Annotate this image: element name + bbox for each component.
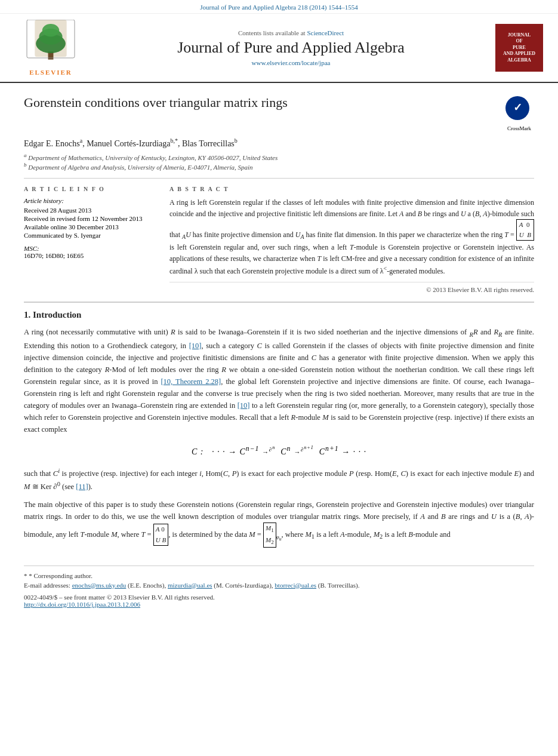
formula-C: C : · · · → Cn−1 →∂n Cn →∂n+1 Cn+1 → · ·… (24, 445, 534, 457)
ref-10b-link[interactable]: [10] (238, 401, 250, 410)
intro-paragraph-3: The main objective of this paper is to s… (24, 499, 534, 548)
svg-text:✓: ✓ (513, 102, 522, 113)
introduction-section: 1. Introduction A ring (not necessarily … (24, 302, 534, 548)
affiliations-block: a Department of Mathematics, University … (24, 152, 534, 171)
msc-codes: 16D70; 16D80; 16E65 (24, 252, 155, 259)
abstract-heading: A B S T R A C T (169, 186, 534, 192)
affil-b-sup: b (24, 162, 27, 168)
article-title: Gorenstein conditions over triangular ma… (24, 95, 498, 110)
contents-line: Contents lists available at ScienceDirec… (90, 29, 492, 36)
history-label: Article history: (24, 197, 155, 204)
ref-11-link[interactable]: [11] (76, 483, 88, 491)
abstract-text: A ring is left Gorenstein regular if the… (169, 197, 534, 277)
journal-citation-text: Journal of Pure and Applied Algebra 218 … (200, 4, 358, 11)
available-date: Available online 30 December 2013 (24, 223, 155, 231)
authors-line: Edgar E. Enochsa, Manuel Cortés-Izurdiag… (24, 137, 534, 149)
crossmark-logo: ✓ CrossMark (504, 95, 534, 131)
elsevier-logo-block: ELSEVIER (12, 20, 90, 76)
email-label: E-mail addresses: (24, 582, 70, 589)
footer-left: 0022-4049/$ – see front matter © 2013 El… (24, 594, 215, 608)
section-1-title: 1. Introduction (24, 310, 534, 320)
email2-author: (M. Cortés-Izurdiaga), (214, 582, 273, 589)
communicated-by: Communicated by S. Iyengar (24, 232, 155, 239)
journal-logo-right: JOURNALOFPUREAND APPLIEDALGEBRA (492, 24, 546, 72)
article-info-heading: A R T I C L E I N F O (24, 186, 155, 192)
msc-label: MSC: (24, 245, 155, 252)
intro-paragraph-1: A ring (not necessarily commutative with… (24, 326, 534, 435)
copyright-line: © 2013 Elsevier B.V. All rights reserved… (169, 282, 534, 293)
received-date: Received 28 August 2013 (24, 207, 155, 214)
doi-link[interactable]: http://dx.doi.org/10.1016/j.jpaa.2013.12… (24, 601, 140, 608)
revised-date: Received in revised form 12 November 201… (24, 215, 155, 222)
email1-link[interactable]: enochs@ms.uky.edu (72, 582, 127, 589)
crossmark-label: CrossMark (504, 125, 534, 131)
ref-10-thm-link[interactable]: [10, Theorem 2.28] (161, 377, 221, 386)
author1-name: Edgar E. Enochs (24, 139, 80, 148)
ref-10-link[interactable]: [10] (189, 342, 202, 350)
affil-b-text: Department of Algebra and Analysis, Univ… (28, 164, 252, 171)
corresponding-author-label: * Corresponding author. (29, 572, 93, 579)
jpaa-logo-box: JOURNALOFPUREAND APPLIEDALGEBRA (495, 24, 543, 72)
author1-sup: a (80, 137, 82, 144)
abstract-col: A B S T R A C T A ring is left Gorenstei… (169, 186, 534, 293)
crossmark-icon: ✓ (504, 95, 531, 122)
article-title-row: Gorenstein conditions over triangular ma… (24, 89, 534, 131)
author2-sup: b,* (171, 137, 178, 144)
journal-url[interactable]: www.elsevier.com/locate/jpaa (90, 59, 492, 66)
footer-bottom: 0022-4049/$ – see front matter © 2013 El… (24, 594, 534, 608)
journal-title-block: Contents lists available at ScienceDirec… (90, 29, 492, 66)
affiliation-b: b Department of Algebra and Analysis, Un… (24, 162, 534, 171)
journal-name-heading: Journal of Pure and Applied Algebra (90, 39, 492, 57)
formula-text: C : · · · → Cn−1 →∂n Cn →∂n+1 Cn+1 → · ·… (192, 445, 366, 457)
sciencedirect-link[interactable]: ScienceDirect (307, 29, 344, 36)
footnote-star: * * Corresponding author. (24, 572, 534, 579)
email2-link[interactable]: mizurdia@ual.es (168, 582, 212, 589)
email3-link[interactable]: btorreci@ual.es (275, 582, 316, 589)
journal-citation-bar: Journal of Pure and Applied Algebra 218 … (0, 0, 558, 14)
issn-line: 0022-4049/$ – see front matter © 2013 El… (24, 594, 215, 601)
svg-point-4 (42, 24, 59, 36)
journal-header: ELSEVIER Contents lists available at Sci… (0, 14, 558, 83)
email1-author: (E.E. Enochs), (128, 582, 166, 589)
article-info-abstract-section: A R T I C L E I N F O Article history: R… (24, 178, 534, 293)
email-line: E-mail addresses: enochs@ms.uky.edu (E.E… (24, 582, 534, 589)
author3-name: Blas Torrecillas (182, 139, 235, 148)
affil-a-text: Department of Mathematics, University of… (28, 153, 278, 161)
elsevier-brand-label: ELSEVIER (29, 69, 72, 76)
article-content: Gorenstein conditions over triangular ma… (0, 83, 558, 566)
email3-author: (B. Torrecillas). (318, 582, 360, 589)
author3-sup: b (235, 137, 238, 144)
author2-name: Manuel Cortés-Izurdiaga (87, 139, 170, 148)
intro-paragraph-2: such that Ci is projective (resp. inject… (24, 466, 534, 493)
affil-a-sup: a (24, 152, 27, 158)
elsevier-tree-icon (21, 20, 81, 67)
article-info-col: A R T I C L E I N F O Article history: R… (24, 186, 155, 293)
page-footer: * * Corresponding author. E-mail address… (24, 566, 534, 611)
affiliation-a: a Department of Mathematics, University … (24, 152, 534, 161)
star-symbol: * (24, 572, 29, 579)
